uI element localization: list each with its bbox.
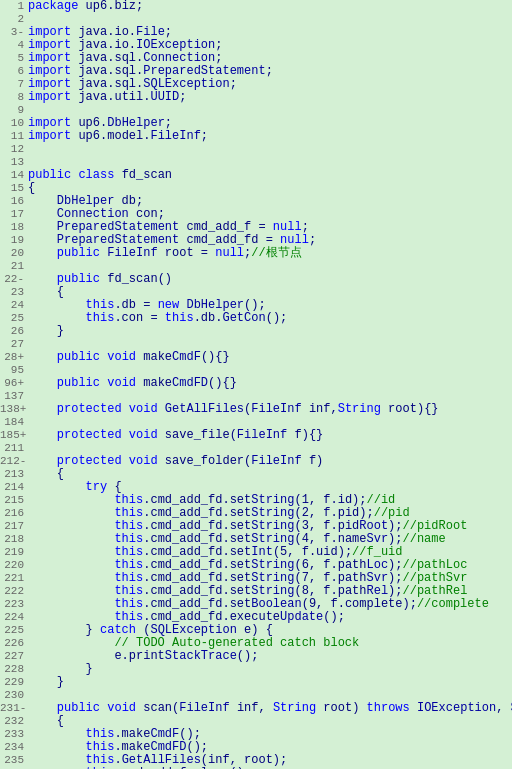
line-content: } (28, 663, 512, 676)
code-line: 25 this.con = this.db.GetCon(); (0, 312, 512, 325)
line-number: 25 (0, 312, 28, 324)
line-number: 11 (0, 130, 28, 142)
line-content: public void makeCmdFD(){} (28, 377, 512, 390)
line-number: 28+ (0, 351, 28, 363)
line-content: protected void GetAllFiles(FileInf inf,S… (28, 403, 512, 416)
line-number: 221 (0, 572, 28, 584)
line-content: package up6.biz; (28, 0, 512, 13)
line-number: 217 (0, 520, 28, 532)
line-number: 18 (0, 221, 28, 233)
line-content: protected void save_file(FileInf f){} (28, 429, 512, 442)
line-number: 13 (0, 156, 28, 168)
line-number: 16 (0, 195, 28, 207)
code-line: 231- public void scan(FileInf inf, Strin… (0, 702, 512, 715)
line-content: protected void save_folder(FileInf f) (28, 455, 512, 468)
line-number: 227 (0, 650, 28, 662)
line-number: 22- (0, 273, 28, 285)
code-line: 228 } (0, 663, 512, 676)
line-number: 137 (0, 390, 28, 402)
line-number: 223 (0, 598, 28, 610)
line-number: 225 (0, 624, 28, 636)
line-number: 138+ (0, 403, 28, 415)
line-number: 211 (0, 442, 28, 454)
line-number: 20 (0, 247, 28, 259)
line-number: 222 (0, 585, 28, 597)
line-number: 17 (0, 208, 28, 220)
line-number: 8 (0, 91, 28, 103)
line-number: 3- (0, 26, 28, 38)
line-number: 96+ (0, 377, 28, 389)
line-content: public FileInf root = null;//根节点 (28, 247, 512, 260)
line-number: 184 (0, 416, 28, 428)
line-number: 185+ (0, 429, 28, 441)
line-number: 219 (0, 546, 28, 558)
line-number: 220 (0, 559, 28, 571)
line-content: e.printStackTrace(); (28, 650, 512, 663)
code-area: 1package up6.biz;23-import java.io.File;… (0, 0, 512, 769)
line-content: import up6.model.FileInf; (28, 130, 512, 143)
line-number: 5 (0, 52, 28, 64)
line-number: 95 (0, 364, 28, 376)
code-line: 12 (0, 143, 512, 156)
line-number: 9 (0, 104, 28, 116)
code-line: 138+ protected void GetAllFiles(FileInf … (0, 403, 512, 416)
line-content: this.con = this.db.GetCon(); (28, 312, 512, 325)
line-number: 19 (0, 234, 28, 246)
code-line: 22- public fd_scan() (0, 273, 512, 286)
line-number: 233 (0, 728, 28, 740)
line-number: 232 (0, 715, 28, 727)
line-number: 235 (0, 754, 28, 766)
line-number: 215 (0, 494, 28, 506)
line-number: 23 (0, 286, 28, 298)
line-number: 228 (0, 663, 28, 675)
line-number: 234 (0, 741, 28, 753)
code-line: 1package up6.biz; (0, 0, 512, 13)
line-number: 231- (0, 702, 28, 714)
line-number: 24 (0, 299, 28, 311)
line-number: 27 (0, 338, 28, 350)
line-number: 15 (0, 182, 28, 194)
line-content: public class fd_scan (28, 169, 512, 182)
line-number: 230 (0, 689, 28, 701)
line-number: 7 (0, 78, 28, 90)
code-line: 28+ public void makeCmdF(){} (0, 351, 512, 364)
code-line: 96+ public void makeCmdFD(){} (0, 377, 512, 390)
code-line: 8import java.util.UUID; (0, 91, 512, 104)
code-line: 20 public FileInf root = null;//根节点 (0, 247, 512, 260)
line-number: 2 (0, 13, 28, 25)
line-number: 229 (0, 676, 28, 688)
line-number: 6 (0, 65, 28, 77)
line-number: 218 (0, 533, 28, 545)
line-content: public void scan(FileInf inf, String roo… (28, 702, 512, 715)
code-line: 185+ protected void save_file(FileInf f)… (0, 429, 512, 442)
line-number: 213 (0, 468, 28, 480)
code-line: 212- protected void save_folder(FileInf … (0, 455, 512, 468)
line-number: 1 (0, 0, 28, 12)
line-number: 214 (0, 481, 28, 493)
line-number: 21 (0, 260, 28, 272)
line-number: 14 (0, 169, 28, 181)
line-number: 216 (0, 507, 28, 519)
code-line: 26 } (0, 325, 512, 338)
line-number: 212- (0, 455, 28, 467)
line-content: } (28, 325, 512, 338)
line-number: 4 (0, 39, 28, 51)
line-number: 224 (0, 611, 28, 623)
line-content: public fd_scan() (28, 273, 512, 286)
line-number: 226 (0, 637, 28, 649)
line-number: 26 (0, 325, 28, 337)
code-line: 229 } (0, 676, 512, 689)
code-line: 11import up6.model.FileInf; (0, 130, 512, 143)
line-content: import java.util.UUID; (28, 91, 512, 104)
code-line: 14public class fd_scan (0, 169, 512, 182)
line-number: 10 (0, 117, 28, 129)
code-editor: 1package up6.biz;23-import java.io.File;… (0, 0, 512, 769)
line-content: } (28, 676, 512, 689)
line-number: 12 (0, 143, 28, 155)
line-content: public void makeCmdF(){} (28, 351, 512, 364)
